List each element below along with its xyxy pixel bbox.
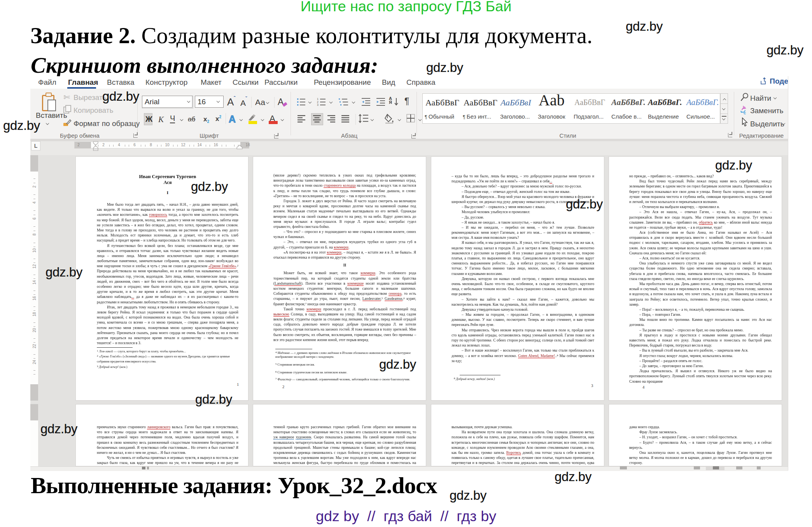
svg-text:1: 1 bbox=[317, 98, 318, 100]
svg-text:2: 2 bbox=[317, 101, 318, 103]
svg-text:b: b bbox=[743, 105, 746, 110]
svg-text:3: 3 bbox=[317, 103, 318, 106]
